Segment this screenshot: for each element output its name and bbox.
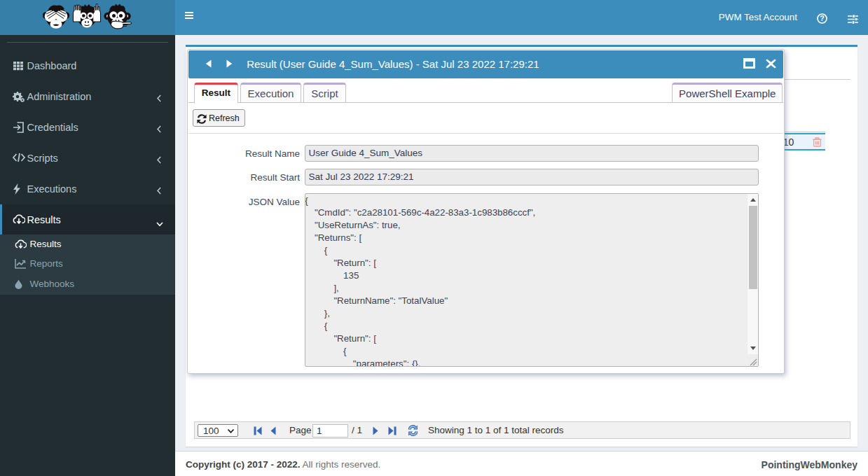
- svg-text:?: ?: [820, 14, 824, 22]
